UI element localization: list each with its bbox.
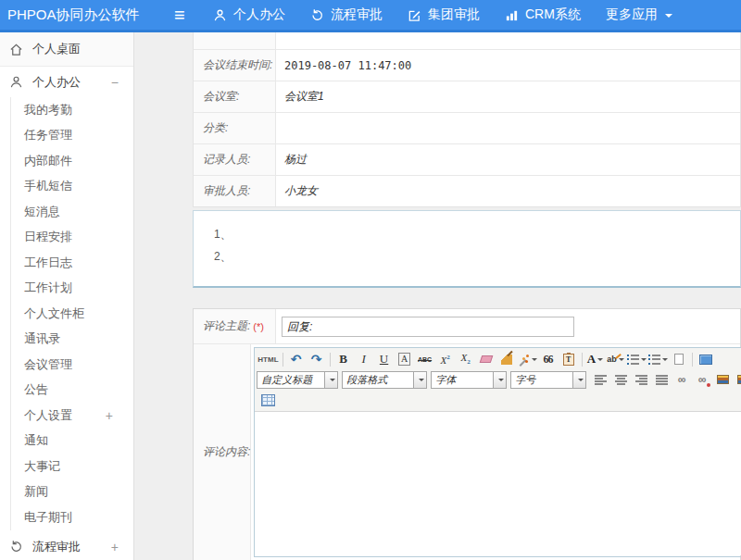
sidebar-item-work-plan[interactable]: 工作计划 bbox=[11, 276, 133, 302]
paste-from-word-icon[interactable]: T bbox=[563, 354, 574, 366]
sidebar-item-notices[interactable]: 通知 bbox=[11, 429, 133, 454]
subscript-button[interactable]: X2 bbox=[460, 352, 470, 366]
collapse-icon[interactable]: − bbox=[111, 75, 119, 90]
meeting-content-box: 1、 2、 bbox=[193, 210, 741, 288]
font-size-select[interactable]: 字号 bbox=[510, 371, 586, 389]
quick-format-button[interactable] bbox=[518, 351, 537, 367]
separator bbox=[283, 353, 283, 367]
sidebar-item-label: 任务管理 bbox=[24, 127, 72, 143]
user-icon bbox=[9, 75, 25, 89]
table-row bbox=[194, 32, 740, 49]
table-row: 分类: bbox=[194, 112, 740, 143]
eraser-icon[interactable] bbox=[479, 355, 493, 363]
sidebar-item-personal-desktop[interactable]: 个人桌面 bbox=[0, 32, 133, 67]
sidebar-item-label: 通知 bbox=[24, 432, 48, 449]
format-clear-icon[interactable] bbox=[501, 355, 512, 365]
strikethrough-button[interactable]: ABC bbox=[416, 351, 434, 367]
comment-form-table: 评论主题: (*) 评论内容: HTML ↶ bbox=[193, 308, 741, 560]
row-value bbox=[276, 32, 740, 49]
sidebar-item-personal-office[interactable]: 个人办公 − bbox=[0, 67, 133, 97]
sidebar-item-meetings[interactable]: 会议管理 bbox=[11, 352, 133, 378]
sidebar-item-label: 短消息 bbox=[24, 204, 60, 220]
blockquote-button[interactable]: 66 bbox=[539, 351, 558, 367]
nav-label: 个人办公 bbox=[233, 6, 285, 23]
sidebar-item-sms[interactable]: 手机短信 bbox=[11, 174, 133, 200]
font-color-button[interactable]: A bbox=[586, 351, 605, 367]
sidebar-item-work-log[interactable]: 工作日志 bbox=[11, 250, 133, 276]
nav-group-approval[interactable]: 集团审批 bbox=[408, 6, 480, 23]
sidebar-item-schedule[interactable]: 日程安排 bbox=[11, 225, 133, 251]
row-label: 评论内容: bbox=[194, 344, 251, 560]
sidebar-item-news[interactable]: 新闻 bbox=[11, 479, 133, 505]
align-center-icon[interactable] bbox=[615, 375, 627, 385]
main-content: 会议结束时间: 2019-08-07 11:47:00 会议室: 会议室1 分类… bbox=[135, 32, 741, 560]
table-row: 会议结束时间: 2019-08-07 11:47:00 bbox=[194, 49, 740, 81]
home-icon bbox=[9, 43, 25, 56]
redo-icon[interactable]: ↷ bbox=[308, 351, 326, 367]
sidebar-item-workflow-approval[interactable]: 流程审批 + bbox=[0, 530, 133, 560]
expand-icon[interactable]: + bbox=[111, 540, 119, 554]
sidebar-item-personal-settings[interactable]: 个人设置+ bbox=[11, 403, 133, 429]
superscript-button[interactable]: X2 bbox=[440, 354, 449, 366]
caret-down-icon bbox=[665, 14, 672, 21]
align-left-icon[interactable] bbox=[595, 375, 607, 385]
insert-image-icon[interactable] bbox=[737, 375, 741, 384]
highlight-color-button[interactable]: ab bbox=[607, 351, 625, 367]
font-family-select[interactable]: 字体 bbox=[431, 371, 507, 389]
nav-label: CRM系统 bbox=[525, 6, 581, 23]
align-justify-icon[interactable] bbox=[656, 375, 668, 385]
comment-subject-row: 评论主题: (*) bbox=[194, 309, 740, 344]
html-source-button[interactable]: HTML bbox=[257, 351, 278, 367]
sidebar-item-announcements[interactable]: 公告 bbox=[11, 378, 133, 404]
italic-button[interactable]: I bbox=[355, 351, 373, 367]
nav-crm-system[interactable]: CRM系统 bbox=[505, 6, 581, 23]
insert-table-icon[interactable] bbox=[261, 394, 275, 406]
underline-button[interactable]: U bbox=[375, 351, 394, 367]
unlink-icon[interactable]: ∞ bbox=[693, 371, 711, 388]
sidebar-item-tasks[interactable]: 任务管理 bbox=[11, 123, 133, 149]
editor-content-area[interactable] bbox=[255, 412, 741, 555]
row-value: 小龙女 bbox=[276, 176, 740, 206]
sidebar-item-internal-mail[interactable]: 内部邮件 bbox=[11, 148, 133, 174]
image-icon[interactable] bbox=[717, 375, 729, 384]
separator bbox=[330, 353, 331, 367]
sidebar-item-attendance[interactable]: 我的考勤 bbox=[11, 97, 133, 123]
sidebar-item-personal-files[interactable]: 个人文件柜 bbox=[11, 301, 133, 327]
toolbar-row-2: 自定义标题 段落格式 字体 字号 ∞ ∞ bbox=[257, 369, 741, 390]
bold-button[interactable]: B bbox=[334, 351, 353, 367]
align-right-icon[interactable] bbox=[635, 375, 647, 385]
paragraph-format-select[interactable]: 段落格式 bbox=[342, 371, 427, 389]
font-style-icon[interactable]: A bbox=[398, 353, 410, 366]
nav-personal-office[interactable]: 个人办公 bbox=[213, 6, 285, 23]
custom-heading-select[interactable]: 自定义标题 bbox=[257, 371, 338, 389]
unordered-list-button[interactable] bbox=[648, 351, 668, 367]
nav-more-apps[interactable]: 更多应用 bbox=[606, 6, 672, 23]
sidebar-item-label: 日程安排 bbox=[24, 229, 72, 245]
sidebar-item-short-message[interactable]: 短消息 bbox=[11, 199, 133, 225]
comment-subject-label: 评论主题: bbox=[203, 318, 250, 334]
fullscreen-icon[interactable] bbox=[699, 355, 712, 365]
caret-down-icon bbox=[532, 358, 537, 364]
sidebar-item-label: 手机短信 bbox=[24, 178, 72, 194]
caret-down-icon bbox=[572, 372, 585, 388]
table-row: 会议室: 会议室1 bbox=[194, 81, 740, 112]
link-icon[interactable]: ∞ bbox=[672, 371, 691, 388]
expand-icon[interactable]: + bbox=[106, 408, 113, 423]
row-value: 杨过 bbox=[276, 144, 740, 175]
comment-subject-input[interactable] bbox=[282, 317, 574, 337]
sidebar-item-e-journal[interactable]: 电子期刊 bbox=[11, 504, 133, 530]
sidebar-item-major-events[interactable]: 大事记 bbox=[11, 454, 133, 479]
comment-content-row: 评论内容: HTML ↶ ↷ B I U bbox=[194, 344, 740, 560]
table-row: 审批人员: 小龙女 bbox=[194, 175, 740, 206]
separator bbox=[582, 353, 583, 367]
row-label: 审批人员: bbox=[194, 176, 276, 206]
new-page-icon[interactable] bbox=[674, 354, 684, 365]
undo-icon[interactable]: ↶ bbox=[287, 351, 306, 367]
sidebar-item-label: 个人设置 bbox=[24, 407, 72, 424]
nav-workflow-approval[interactable]: 流程审批 bbox=[310, 6, 383, 23]
sidebar-item-label: 我的考勤 bbox=[24, 102, 72, 118]
hamburger-icon[interactable]: ≡ bbox=[174, 5, 213, 26]
row-label: 会议室: bbox=[194, 81, 276, 112]
sidebar-item-contacts[interactable]: 通讯录 bbox=[11, 327, 133, 353]
ordered-list-button[interactable] bbox=[627, 351, 647, 367]
